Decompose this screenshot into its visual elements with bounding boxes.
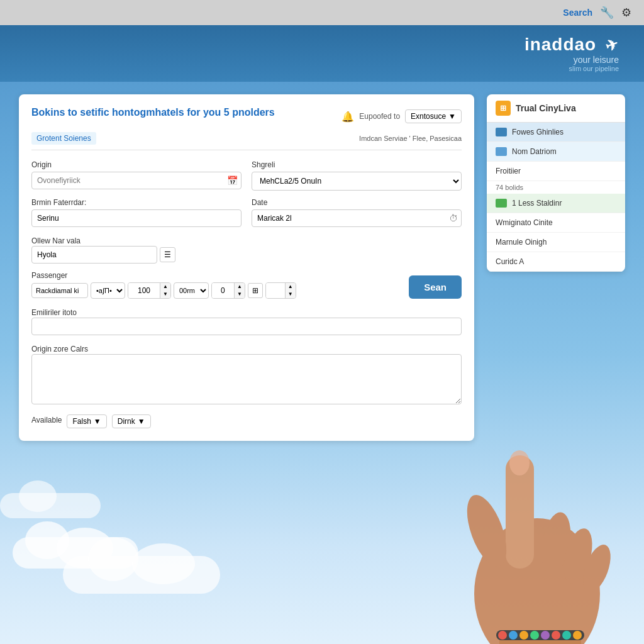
email-row: Emiliriler itoto <box>31 306 462 335</box>
number-input-0: ▲ ▼ <box>211 282 245 299</box>
main-content: Bokins to setific hontogmhatels for you … <box>0 82 644 453</box>
available-val-2: Dirnk <box>118 417 135 426</box>
sidebar-text-6: Marnule Oinigh <box>496 238 547 247</box>
passenger-unit-select[interactable]: •a∫П• <box>91 282 125 299</box>
right-panel: ⊞ Trual CinyLiva Fowes Ghinlies Nom Datr… <box>487 94 625 441</box>
sidebar-item-1[interactable]: Fowes Ghinlies <box>487 123 625 142</box>
header-bar: inaddao ✈ your leisure slim our pipeline <box>0 25 644 82</box>
logo-tagline: slim our pipeline <box>525 65 619 72</box>
notification-icon: 🔔 <box>341 111 354 123</box>
ollew-label: Ollew Nar vala <box>31 236 80 245</box>
available-val-1: Falsh <box>72 417 91 426</box>
increment-100[interactable]: ▲ <box>160 283 170 291</box>
number-arrows-extra: ▲ ▼ <box>285 283 296 297</box>
sidebar-item-5[interactable]: Wmiginato Cinite <box>487 213 625 233</box>
trual-icon: ⊞ <box>496 101 511 116</box>
logo-title: inaddao ✈ <box>525 35 619 55</box>
date-input-wrapper: ⏱ <box>252 209 462 227</box>
decrement-0[interactable]: ▼ <box>235 291 245 298</box>
decrement-extra[interactable]: ▼ <box>286 291 296 298</box>
gear-icon[interactable]: ⚙ <box>621 6 631 19</box>
grid-icon: ⊞ <box>500 104 506 113</box>
passenger-group: Passenger •a∫П• ▲ ▼ 00rm <box>31 271 296 299</box>
passenger-input[interactable] <box>31 283 88 298</box>
number-input-extra: ▲ ▼ <box>265 282 296 299</box>
origin-zone-textarea[interactable] <box>31 354 462 404</box>
form-row-1: Origin 📅 Shgreli MehCLa2/5 OnuIn <box>31 160 462 191</box>
panel-title: Bokins to setific hontogmhatels for you … <box>31 107 275 118</box>
date-input[interactable] <box>252 209 462 227</box>
available-row: Available Falsh ▼ Dirnk ▼ <box>31 414 462 428</box>
subtitle-left: Grotent Soienes <box>31 132 96 145</box>
email-input[interactable] <box>31 318 462 335</box>
brmin-group: Brmin Faterrdar: <box>31 198 242 227</box>
top-search-link[interactable]: Search <box>563 8 592 18</box>
logo-area: inaddao ✈ your leisure slim our pipeline <box>525 35 619 72</box>
chevron-down-icon: ▼ <box>448 112 456 121</box>
ollew-list-button[interactable]: ☰ <box>160 247 175 262</box>
origin-label: Origin <box>31 160 242 169</box>
cloud-2 <box>0 493 101 518</box>
chevron-down-icon-1: ▼ <box>94 417 101 426</box>
sidebar-header: ⊞ Trual CinyLiva <box>487 94 625 123</box>
wrench-icon[interactable]: 🔧 <box>600 6 614 19</box>
top-bar: Search 🔧 ⚙ <box>0 0 644 25</box>
chevron-down-icon-2: ▼ <box>138 417 145 426</box>
schedule-group: Shgreli MehCLa2/5 OnuIn <box>252 160 462 191</box>
subtitle-right: Imdcan Serviae ' Flee, Pasesicaa <box>359 135 462 142</box>
number-field-100[interactable] <box>128 283 160 298</box>
number-field-extra[interactable] <box>266 283 285 298</box>
ollew-input[interactable] <box>31 246 157 264</box>
available-dropdown-1[interactable]: Falsh ▼ <box>67 414 106 428</box>
increment-0[interactable]: ▲ <box>235 283 245 291</box>
sidebar-item-7[interactable]: Curidc A <box>487 252 625 272</box>
passenger-input-group: •a∫П• ▲ ▼ 00rm <box>31 282 296 299</box>
number-input-100: ▲ ▼ <box>128 282 171 299</box>
schedule-select[interactable]: MehCLa2/5 OnuIn <box>252 172 462 191</box>
sidebar-text-2: Nom Datriom <box>512 147 557 156</box>
email-label: Emiliriler itoto <box>31 308 77 317</box>
origin-input[interactable] <box>31 172 242 189</box>
number-field-0[interactable] <box>212 283 234 298</box>
search-button[interactable]: Sean <box>409 275 462 299</box>
sidebar-subtext-3: 74 bolids <box>487 181 625 194</box>
extra-button[interactable]: ⊞ <box>248 283 263 298</box>
available-label: Available <box>31 416 62 425</box>
cloud-3 <box>63 556 220 594</box>
sidebar-icon-2 <box>496 147 507 156</box>
origin-group: Origin 📅 <box>31 160 242 191</box>
sidebar-text-5: Wmiginato Cinite <box>496 218 553 227</box>
sidebar-text-3: Froitiier <box>496 167 521 175</box>
form-row-2: Brmin Faterrdar: Date ⏱ <box>31 198 462 227</box>
plane-icon: ✈ <box>603 35 621 55</box>
sidebar-icon-4 <box>496 199 507 208</box>
passenger-label: Passenger <box>31 271 296 280</box>
brmin-label: Brmin Faterrdar: <box>31 198 242 207</box>
dropdown-label: Exntosuce <box>411 112 446 121</box>
sidebar-title: Trual CinyLiva <box>516 103 576 113</box>
increment-extra[interactable]: ▲ <box>286 283 296 291</box>
form-row-3: Ollew Nar vala ☰ <box>31 235 462 264</box>
dropdown-button[interactable]: Exntosuce ▼ <box>405 109 462 123</box>
sidebar-item-3[interactable]: Froitiier <box>487 162 625 181</box>
sidebar-text-7: Curidc A <box>496 257 524 266</box>
origin-input-wrapper: 📅 <box>31 172 242 189</box>
panel-subtitle-bar: Grotent Soienes Imdcan Serviae ' Flee, P… <box>31 132 462 150</box>
logo-subtitle: your leisure <box>525 55 619 65</box>
search-panel: Bokins to setific hontogmhatels for you … <box>19 94 474 441</box>
sidebar-item-4[interactable]: 1 Less Staldinr <box>487 194 625 213</box>
sidebar-item-2[interactable]: Nom Datriom <box>487 142 625 162</box>
sidebar-icon-1 <box>496 128 507 136</box>
available-dropdown-2[interactable]: Dirnk ▼ <box>112 414 151 428</box>
sidebar-text-4: 1 Less Staldinr <box>512 199 562 208</box>
number-arrows-100: ▲ ▼ <box>160 283 170 297</box>
calendar-icon[interactable]: 📅 <box>227 175 238 186</box>
sidebar-item-6[interactable]: Marnule Oinigh <box>487 233 625 252</box>
date-label: Date <box>252 198 462 207</box>
brmin-input[interactable] <box>31 209 242 227</box>
decrement-100[interactable]: ▼ <box>160 291 170 298</box>
date-group: Date ⏱ <box>252 198 462 227</box>
unit-select[interactable]: 00rm <box>174 282 209 299</box>
number-arrows-0: ▲ ▼ <box>234 283 245 297</box>
time-icon[interactable]: ⏱ <box>449 213 458 223</box>
